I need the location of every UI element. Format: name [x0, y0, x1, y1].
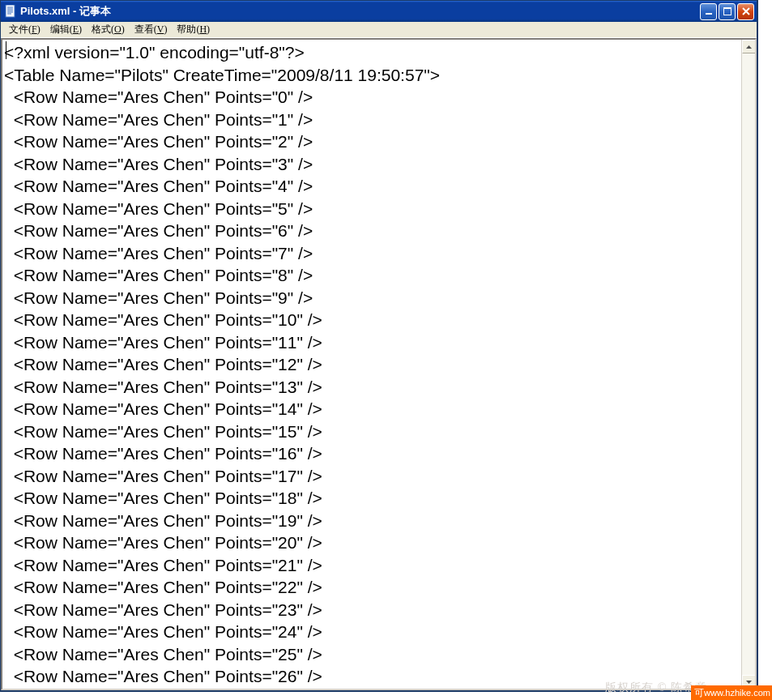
menu-help[interactable]: 帮助(H): [172, 22, 215, 37]
window-title: Pilots.xml - 记事本: [20, 4, 700, 19]
minimize-button[interactable]: [700, 3, 717, 20]
menu-edit[interactable]: 编辑(E): [45, 22, 87, 37]
notepad-window: Pilots.xml - 记事本 文件(F) 编辑(E) 格式(O) 查看(V)…: [0, 0, 758, 692]
svg-rect-1: [706, 13, 712, 15]
window-controls: [700, 3, 755, 20]
menu-view[interactable]: 查看(V): [130, 22, 173, 37]
svg-rect-3: [723, 7, 731, 9]
menu-file[interactable]: 文件(F): [4, 22, 45, 37]
scroll-up-button[interactable]: [742, 40, 756, 53]
client-area: <?xml version="1.0" encoding="utf-8"?> <…: [1, 38, 757, 690]
scroll-track[interactable]: [742, 53, 756, 675]
close-button[interactable]: [737, 3, 754, 20]
document-icon: [4, 5, 17, 18]
text-caret: [6, 41, 6, 59]
titlebar[interactable]: Pilots.xml - 记事本: [1, 1, 757, 22]
scroll-down-button[interactable]: [742, 675, 756, 689]
menu-format[interactable]: 格式(O): [87, 22, 130, 37]
menubar: 文件(F) 编辑(E) 格式(O) 查看(V) 帮助(H): [1, 22, 757, 38]
text-editor[interactable]: <?xml version="1.0" encoding="utf-8"?> <…: [2, 40, 741, 689]
maximize-button[interactable]: [719, 3, 736, 20]
vertical-scrollbar[interactable]: [741, 40, 755, 689]
